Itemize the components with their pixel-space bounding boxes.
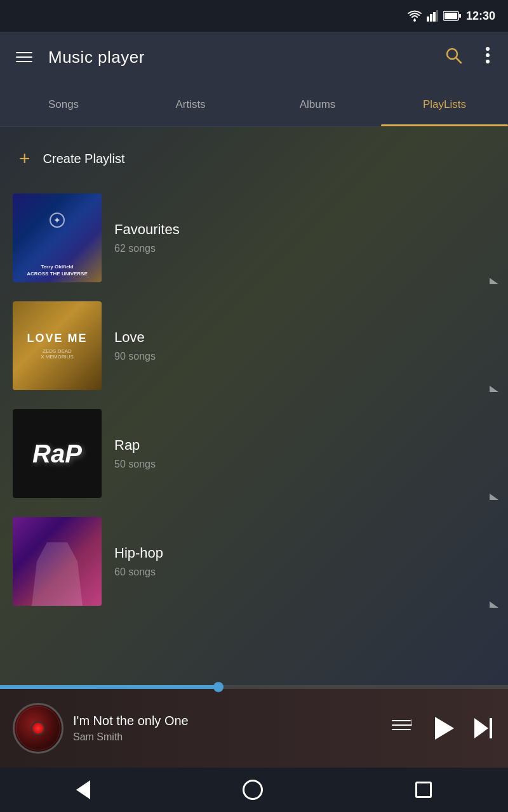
playlist-count-favourites: 62 songs (114, 243, 483, 254)
playlist-item-favourites[interactable]: Terry OldfieldACROSS THE UNIVERSE Favour… (0, 184, 508, 292)
playlist-thumb-hiphop (13, 517, 102, 606)
playlist-arrow-rap (490, 494, 498, 500)
playlist-item-hiphop[interactable]: Hip-hop 60 songs (0, 508, 508, 615)
playlist-name-hiphop: Hip-hop (114, 545, 483, 561)
tab-albums[interactable]: Albums (254, 82, 381, 126)
now-playing-title: I'm Not the only One (73, 714, 379, 728)
create-playlist-label: Create Playlist (43, 152, 125, 166)
battery-icon (443, 11, 461, 21)
playlist-arrow-hiphop (490, 601, 498, 608)
svg-rect-3 (433, 12, 436, 22)
playlist-count-rap: 50 songs (114, 459, 483, 470)
now-playing-info: I'm Not the only One Sam Smith (73, 714, 379, 743)
svg-rect-7 (444, 13, 457, 19)
svg-point-11 (486, 53, 490, 57)
playlist-count-hiphop: 60 songs (114, 566, 483, 578)
more-options-button[interactable] (480, 41, 495, 73)
playlist-info-rap: Rap 50 songs (102, 437, 495, 470)
plus-icon: + (19, 149, 30, 168)
app-title: Music player (48, 48, 427, 67)
recents-icon (415, 782, 432, 798)
playlist-info-favourites: Favourites 62 songs (102, 221, 495, 254)
thumb-title-love: LOVE ME (27, 332, 87, 345)
status-bar: 12:30 (0, 0, 508, 32)
back-icon (76, 780, 90, 799)
svg-point-10 (486, 47, 490, 51)
status-icons: 12:30 (408, 10, 495, 23)
tab-artists[interactable]: Artists (127, 82, 254, 126)
progress-bar[interactable] (0, 685, 508, 689)
vinyl-grooves (16, 706, 60, 750)
svg-rect-6 (459, 14, 461, 18)
thumb-sub-love: ZEDS DEADX MEMORIUS (41, 348, 74, 360)
svg-rect-4 (436, 10, 438, 22)
playlist-info-love: Love 90 songs (102, 329, 495, 362)
nav-back-button[interactable] (70, 774, 97, 806)
menu-button[interactable] (13, 49, 36, 65)
nav-bar (0, 768, 508, 812)
thumb-figure-hiphop (32, 542, 83, 606)
progress-handle[interactable] (213, 682, 224, 692)
signal-icon (427, 10, 438, 22)
playlist-item-rap[interactable]: RaP Rap 50 songs (0, 400, 508, 508)
playlist-thumb-rap: RaP (13, 409, 102, 498)
thumb-label-favourites: Terry OldfieldACROSS THE UNIVERSE (27, 264, 88, 277)
skip-next-button[interactable] (471, 715, 495, 742)
home-icon (243, 780, 263, 800)
playlist-name-favourites: Favourites (114, 221, 483, 238)
skip-next-icon (474, 718, 492, 738)
progress-fill (0, 685, 218, 689)
now-playing-controls: ♩ (389, 712, 495, 744)
wifi-icon (408, 10, 422, 22)
main-content: + Create Playlist Terry OldfieldACROSS T… (0, 127, 508, 685)
playlist-arrow-favourites (490, 278, 498, 284)
playlist-info-hiphop: Hip-hop 60 songs (102, 545, 495, 578)
search-button[interactable] (439, 41, 467, 73)
playlist-arrow-love (490, 386, 498, 392)
queue-button[interactable]: ♩ (389, 717, 414, 740)
top-bar: Music player (0, 32, 508, 82)
nav-home-button[interactable] (236, 773, 269, 806)
svg-point-0 (413, 19, 416, 22)
playlist-count-love: 90 songs (114, 351, 483, 362)
queue-note-icon: ♩ (409, 717, 413, 728)
now-playing-artist: Sam Smith (73, 731, 379, 743)
svg-line-9 (456, 58, 461, 63)
queue-icon: ♩ (392, 720, 411, 737)
play-button[interactable] (427, 712, 458, 744)
create-playlist-button[interactable]: + Create Playlist (0, 133, 508, 184)
svg-rect-1 (427, 16, 429, 22)
status-time: 12:30 (466, 10, 495, 23)
playlist-thumb-love: LOVE ME ZEDS DEADX MEMORIUS (13, 301, 102, 390)
tab-playlists[interactable]: PlayLists (381, 82, 508, 126)
tab-songs[interactable]: Songs (0, 82, 127, 126)
tabs-bar: Songs Artists Albums PlayLists (0, 82, 508, 127)
playlist-name-rap: Rap (114, 437, 483, 454)
playlist-thumb-favourites: Terry OldfieldACROSS THE UNIVERSE (13, 193, 102, 282)
now-playing-bar: I'm Not the only One Sam Smith ♩ (0, 689, 508, 768)
svg-rect-2 (430, 14, 432, 22)
nav-recents-button[interactable] (409, 775, 438, 804)
playlist-item-love[interactable]: LOVE ME ZEDS DEADX MEMORIUS Love 90 song… (0, 292, 508, 400)
thumb-text-rap: RaP (32, 440, 82, 468)
svg-point-12 (486, 60, 490, 63)
play-icon (435, 717, 454, 740)
playlist-name-love: Love (114, 329, 483, 346)
now-playing-thumbnail (13, 703, 64, 754)
